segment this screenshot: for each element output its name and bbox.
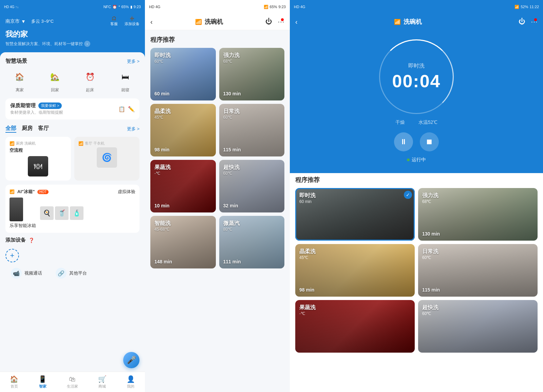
- screen2-content: 程序推荐 即时洗 60℃ 60 min 强力洗 68℃: [145, 30, 290, 392]
- add-device-button[interactable]: +: [5, 249, 19, 262]
- smart-scenes-more[interactable]: 更多 >: [127, 58, 139, 64]
- subtitle-arrow[interactable]: ›: [84, 41, 90, 47]
- s3-program-quick[interactable]: 超快洗 60℃: [418, 300, 538, 353]
- nav-profile[interactable]: 👤 我的: [127, 375, 135, 389]
- s3-program-3-header: 晶柔洗 45℃: [299, 248, 411, 260]
- freshness-tag[interactable]: 我要保鲜 >: [38, 102, 62, 109]
- dishwasher-card[interactable]: 📶 厨房 洗碗机 空流程 🍽: [5, 137, 71, 181]
- s3-program-instant[interactable]: ✓ 即时洗 60 min: [295, 188, 415, 241]
- nav-lifestyle[interactable]: 🛍 生活家: [67, 375, 78, 389]
- location-selector[interactable]: 南京市 ▼: [5, 18, 26, 24]
- s3-program-daily[interactable]: 日常洗 60℃ 115 min: [418, 244, 538, 297]
- s3-program-5-name: 果蔬洗: [299, 304, 411, 311]
- screen3-program-content: 程序推荐 ✓ 即时洗 60 min 强力洗 68℃: [290, 170, 543, 392]
- dryer-image: 🌀: [78, 147, 136, 168]
- help-icon: ❓: [29, 238, 34, 243]
- dryer-card[interactable]: 📶 客厅 干衣机 🌀: [74, 137, 140, 181]
- program-card-smart[interactable]: 智能洗 45-68℃ 148 min: [150, 216, 216, 268]
- leave-label: 离家: [16, 87, 24, 93]
- program-card-strong[interactable]: 强力洗 68℃ 130 min: [219, 48, 285, 100]
- s2-carrier: HD 4G: [149, 5, 161, 9]
- header-actions: 🎧 客服 ➕ 添加设备: [110, 16, 139, 26]
- program-card-steam[interactable]: 微蒸汽 80℃ 111 min: [219, 216, 285, 268]
- nav-smart-home[interactable]: 📱 智家: [38, 375, 47, 389]
- s3-card-5-content: 果蔬洗 -℃: [295, 300, 415, 353]
- battery-icon: ▮: [130, 5, 132, 9]
- nav-home[interactable]: 🏠 首页: [10, 375, 18, 389]
- program-7-temp: 45-68℃: [154, 227, 212, 232]
- screen1-header: 南京市 ▼ 多云 3~9°C 🎧 客服 ➕ 添加设备 我的家 智慧全屋解决方案、…: [0, 14, 145, 52]
- s3-program-2-time: 130 min: [422, 231, 533, 237]
- scene-item-return[interactable]: 🏡 回家: [41, 69, 69, 93]
- freshness-info: 保质期管理 我要保鲜 > 食材便捷录入、临期智能提醒: [10, 102, 63, 115]
- s3-program-gentle[interactable]: 晶柔洗 45℃ 98 min: [295, 244, 415, 297]
- program-card-gentle[interactable]: 晶柔洗 45℃ 98 min: [150, 104, 216, 156]
- s3-program-5-header: 果蔬洗 -℃: [299, 304, 411, 316]
- lifestyle-nav-icon: 🛍: [69, 375, 76, 383]
- program-5-header: 果蔬洗 -℃: [154, 164, 212, 176]
- s3-dishwasher-wifi-icon: 📶: [394, 19, 401, 25]
- video-call-item[interactable]: 📹 视频通话: [11, 268, 42, 279]
- power-button[interactable]: ⏻: [265, 18, 272, 25]
- s3-program-6-header: 超快洗 60℃: [422, 304, 533, 316]
- fridge-title: AI"冰箱": [17, 189, 35, 195]
- tab-living[interactable]: 客厅: [38, 125, 49, 133]
- freshness-card[interactable]: 保质期管理 我要保鲜 > 食材便捷录入、临期智能提醒 📋 ✏️: [5, 98, 139, 119]
- program-card-1-content: 即时洗 60℃ 60 min: [150, 48, 216, 100]
- pause-button[interactable]: ⏸: [394, 132, 413, 151]
- program-1-temp: 60℃: [154, 59, 212, 64]
- freshness-right-icons: 📋 ✏️: [118, 106, 135, 112]
- scene-item-leave[interactable]: 🏠 离家: [5, 69, 34, 93]
- s3-program-3-sub: 45℃: [299, 255, 411, 260]
- platform-icon: 🔗: [56, 268, 67, 279]
- s3-power-button[interactable]: ⏻: [519, 18, 525, 26]
- notification-dot: [281, 18, 284, 21]
- screen2: HD 4G 📶 65% 9:23 ‹ 📶 洗碗机 ⏻ ⋯ 程序推荐: [145, 0, 290, 392]
- program-8-temp: 80℃: [223, 227, 281, 232]
- s3-program-4-time: 115 min: [422, 287, 533, 293]
- s2-battery: 65%: [270, 5, 277, 9]
- program-card-veggie[interactable]: 果蔬洗 -℃ 10 min: [150, 160, 216, 212]
- program-6-header: 超快洗 60℃: [223, 164, 281, 176]
- scene-item-wakeup[interactable]: ⏰ 起床: [76, 69, 105, 93]
- program-4-name: 日常洗: [223, 108, 281, 115]
- device-cards: 📶 厨房 洗碗机 空流程 🍽 📶 客厅 干衣机 🌀: [5, 137, 139, 181]
- stop-button[interactable]: ⏹: [420, 132, 439, 151]
- dishwasher-name: 空流程: [10, 147, 67, 153]
- scene-item-sleep[interactable]: 🛏 就寝: [111, 69, 139, 93]
- program-3-temp: 45℃: [154, 115, 212, 120]
- nav-shop[interactable]: 🛒 商城: [98, 375, 107, 389]
- s2-status-left: HD 4G: [149, 5, 161, 9]
- s3-program-strong[interactable]: 强力洗 68℃ 130 min: [418, 188, 538, 241]
- customer-service-button[interactable]: 🎧 客服: [110, 16, 118, 26]
- screen2-title: 洗碗机: [205, 18, 223, 26]
- program-3-header: 晶柔洗 45℃: [154, 108, 212, 120]
- smart-home-nav-icon: 📱: [38, 375, 47, 383]
- s3-card-3-content: 晶柔洗 45℃ 98 min: [295, 244, 415, 297]
- s3-program-2-header: 强力洗 68℃: [422, 192, 533, 204]
- timer-display: 00:04: [392, 71, 441, 91]
- program-card-instant[interactable]: 即时洗 60℃ 60 min: [150, 48, 216, 100]
- tab-all[interactable]: 全部: [5, 125, 16, 133]
- screen1: HD 4G ↑↓ NFC ⏰ * 65% ▮ 9:23 南京市 ▼ 多云 3~9…: [0, 0, 145, 392]
- s3-back-button[interactable]: ‹: [295, 18, 298, 26]
- add-device-header-button[interactable]: ➕ 添加设备: [125, 16, 139, 26]
- running-indicator: [407, 158, 410, 161]
- other-platform-item[interactable]: 🔗 其他平台: [56, 268, 87, 279]
- virtual-label[interactable]: 虚拟体验: [118, 189, 135, 195]
- program-card-8-content: 微蒸汽 80℃ 111 min: [219, 216, 285, 268]
- s2-wifi-icon: 📶: [264, 5, 268, 9]
- program-8-time: 111 min: [223, 259, 281, 264]
- platform-label: 其他平台: [69, 270, 87, 276]
- smart-scenes-header: 智慧场景 更多 >: [5, 58, 139, 65]
- home-nav-label: 首页: [11, 384, 18, 389]
- program-card-daily[interactable]: 日常洗 60℃ 115 min: [219, 104, 285, 156]
- mic-button[interactable]: 🎤: [123, 352, 139, 368]
- s2-time: 9:23: [279, 5, 286, 9]
- program-card-quick[interactable]: 超快洗 60℃ 32 min: [219, 160, 285, 212]
- devices-more[interactable]: 更多 >: [127, 126, 139, 132]
- tab-kitchen[interactable]: 厨房: [22, 125, 33, 133]
- program-card-3-content: 晶柔洗 45℃ 98 min: [150, 104, 216, 156]
- s3-program-veggie[interactable]: 果蔬洗 -℃: [295, 300, 415, 353]
- back-button[interactable]: ‹: [150, 18, 153, 26]
